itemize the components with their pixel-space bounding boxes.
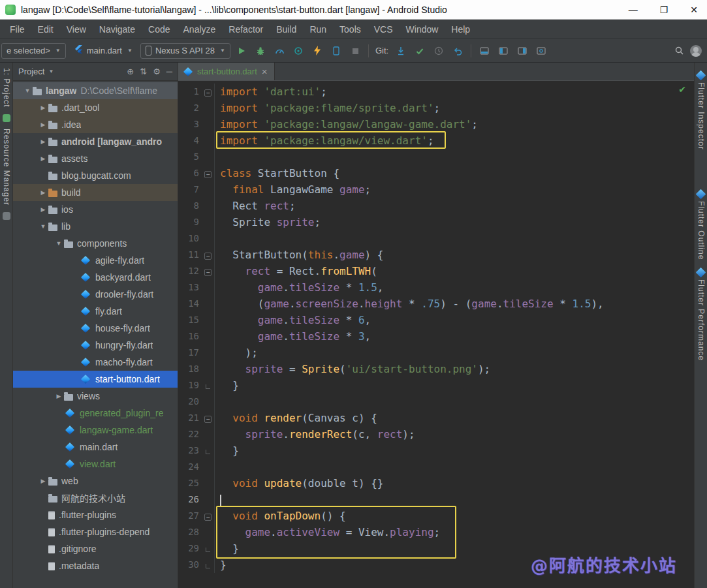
tree-item-ios[interactable]: ▶ios (13, 201, 178, 218)
tool-icon[interactable] (3, 212, 10, 220)
emulator-selector-dropdown[interactable]: Nexus S API 28 ▼ (140, 43, 230, 59)
menu-file[interactable]: File (4, 22, 31, 37)
tree-item-hungry-fly.dart[interactable]: hungry-fly.dart (13, 337, 178, 354)
tree-item-.metadata[interactable]: .metadata (13, 557, 178, 574)
code-line-10[interactable]: 10 (178, 230, 694, 247)
fold-gutter[interactable] (202, 540, 215, 557)
tool-tab-resource-manager[interactable]: Resource Manager (2, 129, 11, 206)
menu-refactor[interactable]: Refactor (223, 22, 269, 37)
layout-editor-button[interactable] (495, 43, 511, 59)
rollback-button[interactable] (450, 43, 465, 59)
line-number[interactable]: 17 (178, 345, 202, 361)
tree-item-.idea[interactable]: ▶.idea (13, 116, 178, 133)
line-number[interactable]: 26 (178, 491, 202, 508)
line-number[interactable]: 9 (178, 214, 202, 230)
code-line-25[interactable]: 25 void update(double t) {} (178, 475, 694, 491)
code-line-9[interactable]: 9 Sprite sprite; (178, 214, 694, 230)
tree-item-components[interactable]: ▼components (13, 235, 178, 252)
code-line-8[interactable]: 8 Rect rect; (178, 198, 694, 214)
code-line-17[interactable]: 17 ); (178, 345, 694, 361)
search-icon[interactable] (671, 43, 687, 59)
tree-item-agile-fly.dart[interactable]: agile-fly.dart (13, 252, 178, 269)
devtools-button[interactable] (291, 43, 306, 59)
tree-item-android-langaw_andro[interactable]: ▶android [langaw_andro (13, 133, 178, 150)
tool-tab-project[interactable]: 1: Project (2, 68, 11, 108)
tree-expand-icon[interactable]: ▶ (38, 478, 48, 484)
run-button[interactable] (234, 43, 249, 59)
fold-end-icon[interactable] (206, 450, 210, 454)
fold-gutter[interactable]: − (202, 247, 215, 263)
tree-item-.flutter-plugins[interactable]: .flutter-plugins (13, 506, 178, 523)
code-line-4[interactable]: 4import 'package:langaw/view.dart'; (178, 132, 694, 149)
menu-build[interactable]: Build (270, 22, 302, 37)
line-number[interactable]: 13 (178, 279, 202, 296)
run-config-dropdown[interactable]: main.dart ▼ (69, 43, 137, 59)
line-number[interactable]: 25 (178, 475, 202, 491)
fold-collapse-icon[interactable]: − (204, 269, 212, 276)
git-commit-button[interactable] (412, 43, 428, 59)
line-number[interactable]: 18 (178, 361, 202, 377)
code-line-22[interactable]: 22 sprite.renderRect(c, rect); (178, 426, 694, 442)
tree-expand-icon[interactable]: ▶ (54, 393, 64, 399)
tree-item-langaw-game.dart[interactable]: langaw-game.dart (13, 422, 178, 439)
line-number[interactable]: 20 (178, 394, 202, 410)
tree-expand-icon[interactable]: ▶ (38, 138, 48, 145)
tree-item-.flutter-plugins-depend[interactable]: .flutter-plugins-depend (13, 523, 178, 540)
code-line-27[interactable]: 27− void onTapDown() { (178, 508, 694, 524)
hot-reload-button[interactable] (309, 43, 325, 59)
tree-item-view.dart[interactable]: view.dart (13, 456, 178, 472)
menu-tools[interactable]: Tools (334, 22, 367, 37)
code-line-7[interactable]: 7 final LangawGame game; (178, 181, 694, 198)
tree-item-macho-fly.dart[interactable]: macho-fly.dart (13, 354, 178, 371)
menu-analyze[interactable]: Analyze (178, 22, 222, 37)
tree-item-main.dart[interactable]: main.dart (13, 439, 178, 456)
attach-debugger-button[interactable] (328, 43, 344, 59)
locate-file-icon[interactable]: ⊕ (127, 67, 134, 76)
line-number[interactable]: 8 (178, 198, 202, 214)
code-line-6[interactable]: 6−class StartButton { (178, 165, 694, 181)
tree-item-blog.bugcatt.com[interactable]: blog.bugcatt.com (13, 167, 178, 184)
tool-tab-flutter-performance[interactable]: Flutter Performance (697, 269, 706, 361)
device-selector-dropdown[interactable]: e selected> ▼ (1, 43, 66, 59)
code-line-19[interactable]: 19 } (178, 377, 694, 394)
line-number[interactable]: 1 (178, 84, 202, 100)
line-number[interactable]: 15 (178, 312, 202, 328)
fold-gutter[interactable] (202, 442, 215, 459)
line-number[interactable]: 29 (178, 540, 202, 557)
menu-view[interactable]: View (61, 22, 92, 37)
fold-collapse-icon[interactable]: − (204, 416, 212, 423)
tree-item-fly.dart[interactable]: fly.dart (13, 303, 178, 320)
fold-end-icon[interactable] (206, 384, 210, 389)
line-number[interactable]: 3 (178, 116, 202, 132)
minimize-button[interactable]: — (629, 5, 638, 14)
plugin-icon[interactable] (3, 114, 10, 122)
line-number[interactable]: 16 (178, 328, 202, 345)
tree-collapse-icon[interactable]: ▼ (38, 223, 48, 230)
code-editor[interactable]: ✔ 1−import 'dart:ui';2import 'package:fl… (178, 81, 694, 588)
line-number[interactable]: 14 (178, 296, 202, 312)
close-tab-icon[interactable]: × (262, 67, 268, 76)
tree-item-assets[interactable]: ▶assets (13, 150, 178, 167)
inspection-ok-icon[interactable]: ✔ (678, 84, 686, 95)
tree-collapse-icon[interactable]: ▼ (54, 240, 64, 247)
fold-collapse-icon[interactable]: − (204, 514, 212, 521)
maximize-button[interactable]: ❐ (660, 5, 668, 14)
code-line-24[interactable]: 24 (178, 459, 694, 475)
fold-gutter[interactable] (202, 377, 215, 394)
fold-end-icon[interactable] (206, 548, 210, 552)
line-number[interactable]: 11 (178, 247, 202, 263)
code-line-14[interactable]: 14 (game.screenSize.height * .75) - (gam… (178, 296, 694, 312)
editor-tab-start-button[interactable]: start-button.dart × (178, 63, 275, 80)
tree-item-start-button.dart[interactable]: start-button.dart (13, 371, 178, 388)
tool-tab-flutter-outline[interactable]: Flutter Outline (697, 191, 706, 260)
line-number[interactable]: 4 (178, 132, 202, 149)
fold-end-icon[interactable] (206, 564, 210, 568)
tree-item-generated_plugin_re[interactable]: generated_plugin_re (13, 405, 178, 422)
tree-expand-icon[interactable]: ▶ (38, 155, 48, 162)
code-line-15[interactable]: 15 game.tileSize * 6, (178, 312, 694, 328)
tree-item-lib[interactable]: ▼lib (13, 218, 178, 235)
fold-gutter[interactable]: − (202, 263, 215, 279)
project-view-selector[interactable]: Project (18, 67, 44, 76)
menu-edit[interactable]: Edit (32, 22, 59, 37)
code-line-3[interactable]: 3import 'package:langaw/langaw-game.dart… (178, 116, 694, 132)
